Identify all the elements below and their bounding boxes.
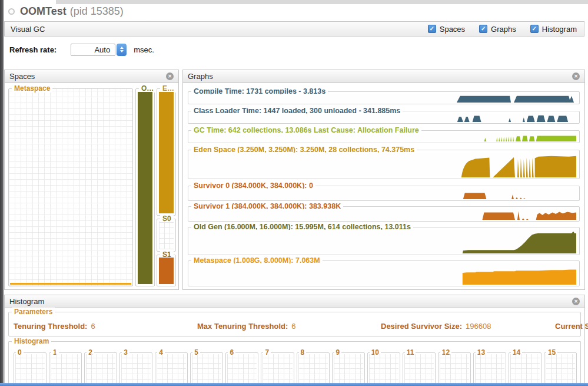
close-icon[interactable] <box>572 72 580 80</box>
current-survivor-size: Current Survivor Size:393216 <box>555 322 588 331</box>
checkmark-icon[interactable] <box>479 25 487 33</box>
spaces-panel-title: Spaces <box>9 72 35 81</box>
histogram-bin: 0 <box>14 352 46 386</box>
histogram-bin-grid <box>86 354 115 386</box>
graphs-panel-body: Compile Time: 1731 compiles - 3.813s Cla… <box>183 83 584 289</box>
background-window-band <box>56 0 588 4</box>
old-gen-series <box>190 230 578 253</box>
page-title: OOMTest(pid 15385) <box>20 5 124 18</box>
histogram-panel-title: Histogram <box>9 297 44 306</box>
histogram-bin-grid <box>404 354 434 386</box>
survivor-0-series <box>190 189 578 199</box>
metaspace-space-label: Metaspace <box>12 84 52 93</box>
histogram-bin: 11 <box>403 352 436 386</box>
graph-row-class-loader-time: Class Loader Time: 1447 loaded, 300 unlo… <box>188 111 580 124</box>
refresh-rate-stepper[interactable] <box>117 44 127 56</box>
histogram-bin: 9 <box>332 352 365 386</box>
chevron-down-icon <box>120 50 124 52</box>
checkbox-spaces[interactable]: Spaces <box>428 25 465 34</box>
graphs-panel: Graphs Compile Time: 1731 compiles - 3.8… <box>182 70 585 290</box>
class-loader-series <box>190 114 578 122</box>
max-tenuring-threshold-value: 6 <box>291 322 295 331</box>
graph-row-compile-time: Compile Time: 1731 compiles - 3.813s <box>188 91 580 104</box>
desired-survivor-size-label: Desired Survivor Size: <box>381 322 462 331</box>
application-title-row: OOMTest(pid 15385) <box>8 4 124 18</box>
histogram-bin-grid <box>440 354 469 386</box>
histogram-bin-grid <box>51 354 80 386</box>
spaces-panel-body: Metaspace O… E… S0 S1 <box>5 83 178 289</box>
class-loader-graph <box>190 114 578 122</box>
chevron-up-icon <box>120 47 124 49</box>
visual-gc-toolbar: Visual GC Spaces Graphs Histogram <box>4 21 584 37</box>
parameters-group: Parameters Tenuring Threshold:6 Max Tenu… <box>8 312 581 336</box>
graph-row-survivor-1: Survivor 1 (384.000K, 384.000K): 383.938… <box>188 206 580 222</box>
checkbox-graphs[interactable]: Graphs <box>479 25 516 34</box>
histogram-bin: 12 <box>438 352 471 386</box>
histogram-bin: 2 <box>84 352 117 386</box>
survivor0-space-box: S0 <box>157 219 176 252</box>
bottom-window-edge <box>0 383 588 386</box>
parameters-group-title: Parameters <box>12 308 55 316</box>
histogram-bin-grid <box>263 354 292 386</box>
histogram-bin-grid <box>369 354 398 386</box>
refresh-rate-row: Refresh rate: Auto msec. <box>9 43 154 56</box>
close-icon[interactable] <box>166 72 174 80</box>
histogram-bin: 5 <box>190 352 223 386</box>
metaspace-series <box>190 263 578 285</box>
histogram-bin: 7 <box>261 352 294 386</box>
histogram-bin-grid <box>121 354 151 386</box>
refresh-rate-unit: msec. <box>134 45 154 54</box>
histogram-bins: 0 1 2 3 4 5 6 <box>14 350 577 386</box>
histogram-bin-grid <box>227 354 257 386</box>
old-gen-space-box: O… <box>135 88 155 286</box>
compile-time-graph <box>190 94 578 103</box>
metaspace-space-box: Metaspace <box>8 88 133 286</box>
survivor0-empty-grid <box>159 221 174 249</box>
max-tenuring-threshold: Max Tenuring Threshold:6 <box>197 322 296 331</box>
histogram-bin-grid <box>334 354 363 386</box>
refresh-rate-select[interactable]: Auto <box>71 44 115 56</box>
survivor-1-graph <box>190 209 578 220</box>
survivor1-space-box: S1 <box>157 255 176 286</box>
histogram-bin: 1 <box>49 352 82 386</box>
desired-survivor-size: Desired Survivor Size:196608 <box>381 322 491 331</box>
window-left-edge <box>0 0 4 386</box>
survivor1-usage-bar <box>159 258 174 284</box>
eden-usage-bar <box>159 92 174 213</box>
spaces-panel-header: Spaces <box>5 70 178 83</box>
checkbox-spaces-label: Spaces <box>440 25 465 34</box>
tab-visual-gc[interactable]: Visual GC <box>11 25 45 34</box>
process-status-icon <box>8 8 15 15</box>
old-gen-usage-bar <box>138 92 152 284</box>
tenuring-threshold-value: 6 <box>91 322 95 331</box>
histogram-bin: 15 <box>544 352 577 386</box>
graph-row-metaspace: Metaspace (1.008G, 8.000M): 7.063M <box>188 260 580 286</box>
histogram-bin-grid <box>546 354 575 386</box>
spaces-panel: Spaces Metaspace O… E… S0 S1 <box>4 70 179 290</box>
histogram-bin: 3 <box>119 352 152 386</box>
eden-space-label: E… <box>160 84 177 93</box>
tenuring-threshold: Tenuring Threshold:6 <box>14 322 95 331</box>
eden-space-series <box>190 153 578 177</box>
checkbox-graphs-label: Graphs <box>491 25 516 34</box>
histogram-group-title: Histogram <box>12 337 51 345</box>
graphs-panel-header: Graphs <box>183 70 584 83</box>
tenuring-threshold-label: Tenuring Threshold: <box>14 322 87 331</box>
checkbox-histogram[interactable]: Histogram <box>530 25 577 34</box>
histogram-group: Histogram 0 1 2 3 4 <box>8 341 581 386</box>
histogram-bin: 13 <box>473 352 506 386</box>
eden-space-graph <box>190 153 578 177</box>
graph-row-gc-time: GC Time: 642 collections, 13.086s Last C… <box>188 130 580 143</box>
checkmark-icon[interactable] <box>428 25 436 33</box>
histogram-bin-grid <box>15 354 45 386</box>
compile-time-series <box>190 94 578 103</box>
histogram-bin-grid <box>157 354 186 386</box>
gc-time-series <box>190 133 578 141</box>
histogram-panel-body: Parameters Tenuring Threshold:6 Max Tenu… <box>5 308 584 386</box>
histogram-bin: 10 <box>367 352 400 386</box>
histogram-bin-grid <box>192 354 221 386</box>
checkmark-icon[interactable] <box>530 25 539 33</box>
histogram-panel-header: Histogram <box>5 295 584 308</box>
close-icon[interactable] <box>572 298 580 305</box>
desired-survivor-size-value: 196608 <box>466 322 491 331</box>
